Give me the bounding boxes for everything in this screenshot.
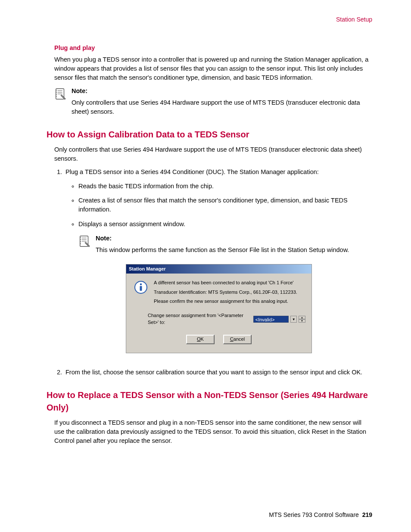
svg-point-12 <box>80 237 81 238</box>
note-label: Note: <box>72 87 372 96</box>
step-1-text: Plug a TEDS sensor into a Series 494 Con… <box>65 168 319 175</box>
spin-up-button[interactable]: ▲ <box>299 316 305 319</box>
assign-heading: How to Assign Calibration Data to a TEDS… <box>47 128 372 141</box>
replace-heading: How to Replace a TEDS Sensor with a Non-… <box>47 389 372 414</box>
dialog-msg-2: Transducer Identification: MTS Systems C… <box>154 289 306 295</box>
plug-and-play-heading: Plug and play <box>54 44 372 53</box>
cancel-button[interactable]: Cancel <box>223 335 252 344</box>
plug-and-play-text: When you plug a TEDS sensor into a contr… <box>54 55 372 82</box>
dialog-title: Station Manager <box>126 264 311 274</box>
bullet-2: Creates a list of sensor files that matc… <box>78 196 372 214</box>
note-icon <box>54 87 67 100</box>
svg-point-7 <box>56 96 57 97</box>
svg-point-5 <box>56 92 57 93</box>
svg-point-14 <box>80 241 81 242</box>
note-label: Note: <box>96 234 372 243</box>
note-text: This window performs the same function a… <box>96 246 372 255</box>
page-number: 219 <box>362 511 372 518</box>
dialog-msg-1: A different sensor has been connected to… <box>154 280 306 286</box>
spin-down-button[interactable]: ▼ <box>299 319 305 323</box>
ok-button[interactable]: OK <box>186 335 215 344</box>
change-label: Change sensor assignment from '<Paramete… <box>148 312 252 326</box>
svg-point-17 <box>140 283 142 285</box>
station-manager-dialog: Station Manager A different sensor has b… <box>126 264 312 354</box>
replace-text: If you disconnect a TEDS sensor and plug… <box>54 418 372 445</box>
bullet-1: Reads the basic TEDS information from th… <box>78 182 372 191</box>
svg-rect-18 <box>140 286 142 291</box>
bullet-3: Displays a sensor assignment window. <box>78 220 372 229</box>
assign-intro: Only controllers that use Series 494 Har… <box>54 145 372 163</box>
info-icon <box>134 280 148 294</box>
combo-dropdown-button[interactable]: ▼ <box>290 316 297 323</box>
note-icon <box>78 235 91 248</box>
page-footer: MTS Series 793 Control Software 219 <box>269 510 372 519</box>
step-1: Plug a TEDS sensor into a Series 494 Con… <box>64 168 372 353</box>
svg-point-13 <box>80 239 81 240</box>
note-text: Only controllers that use Series 494 Har… <box>72 98 372 116</box>
svg-point-15 <box>80 243 81 244</box>
svg-point-4 <box>56 90 57 91</box>
dialog-msg-3: Please confirm the new sensor assignment… <box>154 298 306 304</box>
sensor-combo[interactable]: <Invalid> <box>253 316 289 323</box>
svg-point-6 <box>56 94 57 95</box>
footer-doc-title: MTS Series 793 Control Software <box>269 511 359 518</box>
page-header: Station Setup <box>47 15 372 24</box>
step-2: From the list, choose the sensor calibra… <box>64 368 372 377</box>
